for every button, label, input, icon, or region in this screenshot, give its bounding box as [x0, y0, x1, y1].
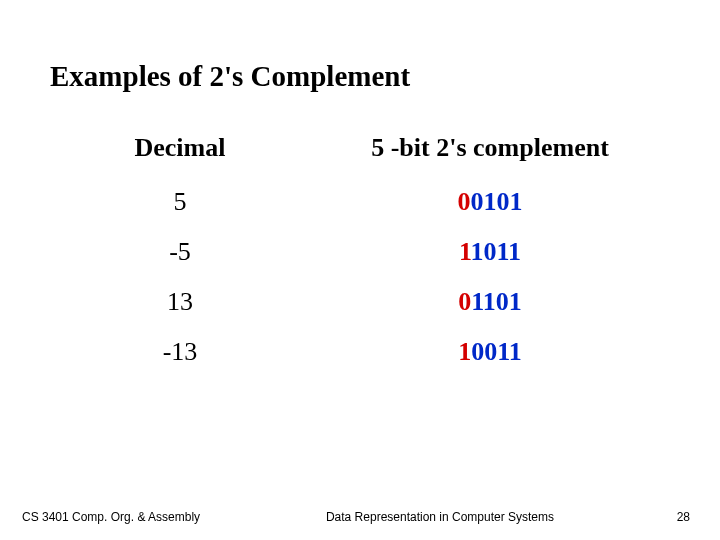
table-row: 5 00101 — [50, 187, 670, 217]
value-bits: 1011 — [471, 237, 522, 266]
value-bits: 1101 — [471, 287, 522, 316]
footer-page: 28 — [640, 510, 720, 524]
cell-decimal: 5 — [50, 187, 310, 217]
footer-topic: Data Representation in Computer Systems — [240, 510, 640, 524]
header-binary: 5 -bit 2's complement — [310, 133, 670, 163]
table-row: -13 10011 — [50, 337, 670, 367]
sign-bit: 1 — [459, 237, 471, 266]
cell-decimal: -5 — [50, 237, 310, 267]
footer: CS 3401 Comp. Org. & Assembly Data Repre… — [0, 510, 720, 524]
cell-binary: 11011 — [310, 237, 670, 267]
value-bits: 0101 — [471, 187, 523, 216]
table-row: 13 01101 — [50, 287, 670, 317]
sign-bit: 0 — [458, 287, 471, 316]
sign-bit: 1 — [458, 337, 471, 366]
table-header-row: Decimal 5 -bit 2's complement — [50, 133, 670, 163]
sign-bit: 0 — [458, 187, 471, 216]
cell-decimal: -13 — [50, 337, 310, 367]
slide: Examples of 2's Complement Decimal 5 -bi… — [0, 0, 720, 540]
table: Decimal 5 -bit 2's complement 5 00101 -5… — [50, 133, 670, 367]
table-row: -5 11011 — [50, 237, 670, 267]
cell-binary: 10011 — [310, 337, 670, 367]
header-decimal: Decimal — [50, 133, 310, 163]
cell-binary: 00101 — [310, 187, 670, 217]
cell-decimal: 13 — [50, 287, 310, 317]
value-bits: 0011 — [471, 337, 522, 366]
slide-title: Examples of 2's Complement — [50, 60, 670, 93]
footer-course: CS 3401 Comp. Org. & Assembly — [0, 510, 240, 524]
cell-binary: 01101 — [310, 287, 670, 317]
